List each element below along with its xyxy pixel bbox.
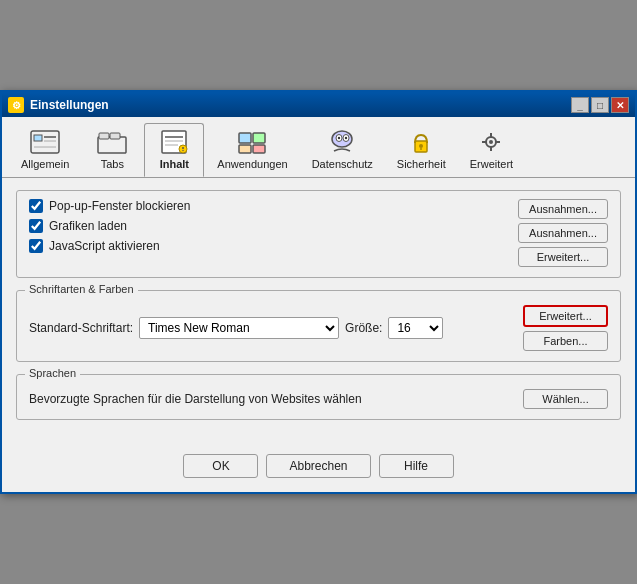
svg-rect-18 <box>253 145 265 153</box>
fonts-section: Schriftarten & Farben Standard-Schriftar… <box>16 290 621 362</box>
sicherheit-icon <box>405 128 437 156</box>
title-bar: ⚙ Einstellungen _ □ ✕ <box>2 93 635 117</box>
svg-point-22 <box>338 137 340 139</box>
fonts-section-label: Schriftarten & Farben <box>25 283 138 295</box>
ok-button[interactable]: OK <box>183 454 258 478</box>
tab-tabs-label: Tabs <box>101 158 124 170</box>
anwendungen-icon <box>236 128 268 156</box>
tab-anwendungen[interactable]: Anwendungen <box>206 123 298 177</box>
window-title: Einstellungen <box>30 98 109 112</box>
tab-inhalt[interactable]: Inhalt <box>144 123 204 177</box>
languages-section-label: Sprachen <box>25 367 80 379</box>
datenschutz-icon <box>326 128 358 156</box>
size-select[interactable]: 16 <box>388 317 443 339</box>
svg-rect-17 <box>239 145 251 153</box>
checkbox-grafiken-row: Grafiken laden <box>29 219 508 233</box>
svg-point-14 <box>183 150 184 151</box>
checkbox-buttons-area: Ausnahmen... Ausnahmen... Erweitert... <box>518 199 608 267</box>
svg-rect-0 <box>31 131 59 153</box>
tab-sicherheit-label: Sicherheit <box>397 158 446 170</box>
tab-erweitert[interactable]: Erweitert <box>459 123 524 177</box>
checkbox-popup-label: Pop-up-Fenster blockieren <box>49 199 190 213</box>
svg-point-25 <box>419 144 423 148</box>
svg-rect-16 <box>253 133 265 143</box>
tab-datenschutz[interactable]: Datenschutz <box>301 123 384 177</box>
checkboxes-area: Pop-up-Fenster blockieren Grafiken laden… <box>29 199 508 267</box>
general-checkboxes-section: Pop-up-Fenster blockieren Grafiken laden… <box>16 190 621 278</box>
tab-inhalt-label: Inhalt <box>160 158 189 170</box>
languages-section: Sprachen Bevorzugte Sprachen für die Dar… <box>16 374 621 420</box>
font-select[interactable]: Times New Roman <box>139 317 339 339</box>
font-row: Standard-Schriftart: Times New Roman Grö… <box>29 305 608 351</box>
window-icon: ⚙ <box>8 97 24 113</box>
allgemein-icon <box>29 128 61 156</box>
tab-anwendungen-label: Anwendungen <box>217 158 287 170</box>
window-controls: _ □ ✕ <box>571 97 629 113</box>
tab-datenschutz-label: Datenschutz <box>312 158 373 170</box>
checkbox-javascript-label: JavaScript aktivieren <box>49 239 160 253</box>
svg-point-28 <box>489 140 493 144</box>
checkbox-javascript-row: JavaScript aktivieren <box>29 239 508 253</box>
checkbox-javascript[interactable] <box>29 239 43 253</box>
farben-button[interactable]: Farben... <box>523 331 608 351</box>
erweitert-icon <box>475 128 507 156</box>
svg-rect-6 <box>99 133 109 139</box>
font-buttons-area: Erweitert... Farben... <box>523 305 608 351</box>
minimize-button[interactable]: _ <box>571 97 589 113</box>
groesse-label: Größe: <box>345 321 382 335</box>
settings-window: ⚙ Einstellungen _ □ ✕ Allgemein <box>0 90 637 494</box>
tab-bar: Allgemein Tabs <box>2 117 635 178</box>
tab-tabs[interactable]: Tabs <box>82 123 142 177</box>
erweitert-js-button[interactable]: Erweitert... <box>518 247 608 267</box>
bottom-bar: OK Abbrechen Hilfe <box>2 444 635 492</box>
tab-sicherheit[interactable]: Sicherheit <box>386 123 457 177</box>
close-button[interactable]: ✕ <box>611 97 629 113</box>
abbrechen-button[interactable]: Abbrechen <box>266 454 370 478</box>
tab-allgemein[interactable]: Allgemein <box>10 123 80 177</box>
checkbox-grafiken-label: Grafiken laden <box>49 219 127 233</box>
svg-rect-7 <box>110 133 120 139</box>
ausnahmen2-button[interactable]: Ausnahmen... <box>518 223 608 243</box>
main-content: Pop-up-Fenster blockieren Grafiken laden… <box>2 178 635 444</box>
svg-rect-1 <box>34 135 42 141</box>
sprachen-text: Bevorzugte Sprachen für die Darstellung … <box>29 392 513 406</box>
standard-schriftart-label: Standard-Schriftart: <box>29 321 133 335</box>
checkbox-popup-row: Pop-up-Fenster blockieren <box>29 199 508 213</box>
waehlen-button[interactable]: Wählen... <box>523 389 608 409</box>
svg-point-23 <box>345 137 347 139</box>
sprachen-row: Bevorzugte Sprachen für die Darstellung … <box>29 389 608 409</box>
inhalt-icon <box>158 128 190 156</box>
tab-erweitert-label: Erweitert <box>470 158 513 170</box>
tabs-icon <box>96 128 128 156</box>
checkbox-popup[interactable] <box>29 199 43 213</box>
hilfe-button[interactable]: Hilfe <box>379 454 454 478</box>
checkbox-grafiken[interactable] <box>29 219 43 233</box>
svg-rect-15 <box>239 133 251 143</box>
ausnahmen1-button[interactable]: Ausnahmen... <box>518 199 608 219</box>
tab-allgemein-label: Allgemein <box>21 158 69 170</box>
erweitert-fonts-button[interactable]: Erweitert... <box>523 305 608 327</box>
maximize-button[interactable]: □ <box>591 97 609 113</box>
